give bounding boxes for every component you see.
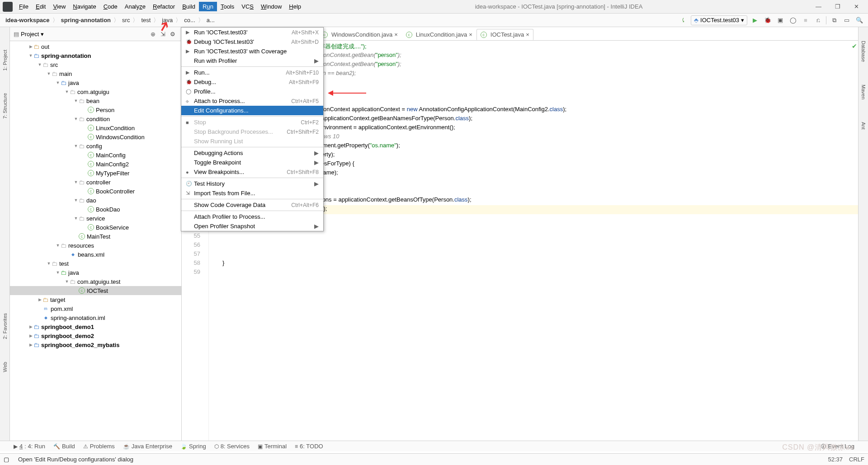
run-config-combo[interactable]: ⬘ IOCTest.test03 ▾ (691, 15, 747, 25)
status-icon[interactable]: ▢ (4, 456, 9, 463)
tree-src[interactable]: ▼🗀src (10, 60, 181, 69)
tree-sb2[interactable]: ▶🗀springboot_demo2 (10, 331, 181, 340)
menu-edit[interactable]: Edit (32, 2, 49, 11)
tree-testpkg[interactable]: ▼🗀com.atguigu.test (10, 277, 181, 286)
tree-mainconfig2[interactable]: cMainConfig2 (10, 160, 181, 169)
crumb-5[interactable]: co... (183, 16, 196, 24)
tree-out[interactable]: ▶🗀out (10, 42, 181, 51)
tool-maven[interactable]: Maven (861, 85, 866, 99)
tree-test[interactable]: ▼🗀test (10, 259, 181, 268)
close-tab-icon[interactable]: × (469, 31, 472, 38)
debug-icon[interactable]: 🐞 (763, 15, 773, 25)
tab-linux[interactable]: cLinuxCondition.java× (402, 29, 476, 40)
tree-sb3[interactable]: ▶🗀springboot_demo2_mybatis (10, 340, 181, 349)
menu-item-edit-configurations[interactable]: Edit Configurations... (181, 106, 323, 115)
tree-controller[interactable]: ▼🗀controller (10, 178, 181, 187)
tree-bookctl[interactable]: cBookController (10, 187, 181, 196)
inspection-status-icon[interactable]: ✔ (852, 42, 857, 50)
tree-dao[interactable]: ▼🗀dao (10, 196, 181, 205)
menu-item-debug-ioctest-test03[interactable]: 🐞Debug 'IOCTest.test03'Alt+Shift+D (181, 37, 323, 47)
bt-spring[interactable]: 🍃 Spring (180, 443, 206, 450)
bt-problems[interactable]: ⚠ Problems (83, 443, 115, 450)
menu-refactor[interactable]: Refactor (149, 2, 179, 11)
chevron-down-icon[interactable]: ▾ (41, 31, 44, 38)
tree-sb1[interactable]: ▶🗀springboot_demo1 (10, 322, 181, 331)
menu-run[interactable]: Run (199, 2, 217, 11)
menu-item-run-ioctest-test03[interactable]: ▶Run 'IOCTest.test03'Alt+Shift+X (181, 28, 323, 37)
tree-pom[interactable]: mpom.xml (10, 304, 181, 313)
crumb-1[interactable]: spring-annotation (60, 16, 112, 24)
expand-icon[interactable]: ⇲ (158, 29, 168, 39)
menu-item-run-with-profiler[interactable]: Run with Profiler▶ (181, 56, 323, 66)
tree-condition[interactable]: ▼🗀condition (10, 114, 181, 123)
close-tab-icon[interactable]: × (394, 31, 398, 38)
tool-favorites[interactable]: 2: Favorites (2, 313, 8, 339)
locate-icon[interactable]: ⊕ (148, 29, 158, 39)
tree-pkg[interactable]: ▼🗀com.atguigu (10, 87, 181, 96)
tool-project[interactable]: 1: Project (2, 50, 8, 70)
run-icon[interactable]: ▶ (750, 15, 760, 25)
menu-item-view-breakpoints[interactable]: ●View Breakpoints...Ctrl+Shift+F8 (181, 167, 323, 177)
tree-mainconfig[interactable]: cMainConfig (10, 150, 181, 160)
minimize-button[interactable]: — (813, 2, 824, 11)
tree-maintest[interactable]: cMainTest (10, 232, 181, 241)
stop-icon[interactable]: ■ (801, 15, 811, 25)
bt-todo[interactable]: ≡ 6: TODO (295, 443, 323, 450)
crumb-6[interactable]: a... (206, 16, 216, 24)
menu-item-profile[interactable]: ◯Profile... (181, 87, 323, 96)
layout-icon[interactable]: ▭ (842, 15, 852, 25)
menu-item-import-tests-from-file[interactable]: ⇲Import Tests from File... (181, 188, 323, 198)
menu-item-toggle-breakpoint[interactable]: Toggle Breakpoint▶ (181, 158, 323, 167)
tree-booksvc[interactable]: cBookService (10, 223, 181, 232)
tree-beansxml[interactable]: ◆beans.xml (10, 250, 181, 259)
menu-help[interactable]: Help (285, 2, 305, 11)
status-pos[interactable]: 52:37 (828, 456, 843, 463)
menu-file[interactable]: File (15, 2, 32, 11)
menu-view[interactable]: View (49, 2, 69, 11)
tree-target[interactable]: ▶🗀target (10, 295, 181, 304)
menu-item-run-ioctest-test03-with-coverage[interactable]: ▶Run 'IOCTest.test03' with Coverage (181, 47, 323, 56)
menu-item-debugging-actions[interactable]: Debugging Actions▶ (181, 148, 323, 158)
profile-icon[interactable]: ◯ (788, 15, 798, 25)
close-tab-icon[interactable]: × (526, 31, 529, 38)
tree-typefilter[interactable]: cMyTypeFilter (10, 169, 181, 178)
crumb-4[interactable]: java (161, 16, 174, 24)
vcs-icon[interactable]: ⎌ (813, 15, 823, 25)
tool-structure[interactable]: 7: Structure (2, 93, 8, 119)
structure-icon[interactable]: ⧉ (829, 15, 839, 25)
tree-bean[interactable]: ▼🗀bean (10, 96, 181, 105)
crumb-3[interactable]: test (140, 16, 151, 24)
tree-testjava[interactable]: ▼🗀java (10, 268, 181, 277)
tree-person[interactable]: cPerson (10, 105, 181, 114)
tree-java[interactable]: ▼🗀java (10, 78, 181, 87)
crumb-0[interactable]: idea-workspace (5, 16, 51, 24)
coverage-icon[interactable]: ▣ (775, 15, 785, 25)
bt-eventlog[interactable]: 🛈 Event Log (821, 443, 854, 450)
menu-item-test-history[interactable]: 🕘Test History▶ (181, 179, 323, 188)
tree-iml[interactable]: ◆spring-annotation.iml (10, 313, 181, 322)
status-enc[interactable]: CRLF (849, 456, 864, 463)
menu-navigate[interactable]: Navigate (69, 2, 99, 11)
tree-config[interactable]: ▼🗀config (10, 141, 181, 150)
tree-spring-annotation[interactable]: ▼🗀spring-annotation (10, 51, 181, 60)
menu-item-show-code-coverage-data[interactable]: Show Code Coverage DataCtrl+Alt+F6 (181, 200, 323, 210)
tool-web[interactable]: Web (2, 362, 8, 372)
tree-resources[interactable]: ▼🗀resources (10, 241, 181, 250)
bt-terminal[interactable]: ▣ Terminal (258, 443, 287, 450)
bt-build[interactable]: 🔨 Build (53, 443, 75, 450)
crumb-2[interactable]: src (121, 16, 131, 24)
tree-main[interactable]: ▼🗀main (10, 69, 181, 78)
tree-ioctest[interactable]: cIOCTest (10, 286, 181, 295)
tree-service[interactable]: ▼🗀service (10, 214, 181, 223)
menu-tools[interactable]: Tools (217, 2, 238, 11)
menu-build[interactable]: Build (179, 2, 199, 11)
menu-item-attach-profiler-to-process[interactable]: Attach Profiler to Process... (181, 212, 323, 221)
tree-linux[interactable]: cLinuxCondition (10, 123, 181, 132)
menu-code[interactable]: Code (100, 2, 121, 11)
tab-windows[interactable]: cWindowsCondition.java× (317, 29, 402, 40)
menu-window[interactable]: Window (257, 2, 285, 11)
build-icon[interactable]: ⤹ (678, 15, 688, 25)
menu-item-attach-to-process[interactable]: ⎆Attach to Process...Ctrl+Alt+F5 (181, 96, 323, 106)
project-combo-icon[interactable]: ▤ (14, 31, 19, 38)
menu-item-run[interactable]: ▶Run...Alt+Shift+F10 (181, 68, 323, 77)
